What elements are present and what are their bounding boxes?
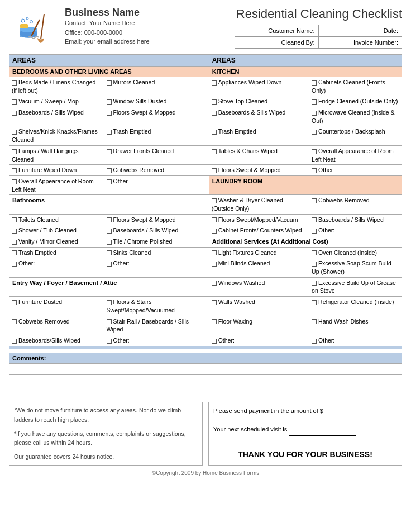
list-item: Cabinets Cleaned (Fronts Only) [309,77,402,96]
table-row: Overall Appearance of Room Left Neat Oth… [9,175,402,194]
list-item: Floors Swept & Mopped [104,214,209,225]
list-item: Mini Blinds Cleaned [209,258,309,277]
table-row: Shelves/Knick Knacks/Frames Cleaned Tras… [9,126,402,145]
list-item: Other: [9,258,104,277]
footer-note-3: Our guarantee covers 24 hours notice. [14,452,198,462]
list-item: Floor Waxing [209,316,309,335]
svg-point-6 [26,17,28,20]
list-item: Drawer Fronts Cleaned [104,145,209,164]
list-item: Appliances Wiped Down [209,77,309,96]
list-item: Window Sills Dusted [104,96,209,107]
additional-header: Additional Services (At Additional Cost) [209,236,402,248]
list-item: Baseboards & Sills Wiped [209,107,309,126]
comments-header: Comments: [9,353,402,364]
table-row: Vacuum / Sweep / Mop Window Sills Dusted… [9,96,402,107]
customer-info-table: Customer Name: Date: Cleaned By: Invoice… [235,25,402,49]
footer-payment: Please send payment in the amount of $ Y… [208,402,402,466]
list-item: Baseboards / Sills Wiped [309,214,402,225]
areas-header-right: AREAS [209,55,402,66]
business-logo [12,8,56,48]
entryway-header: Entry Way / Foyer / Basement / Attic [9,277,209,296]
title-area: Residential Cleaning Checklist Customer … [235,7,402,49]
table-row: Furniture Wiped Down Cobwebs Removed Flo… [9,165,402,176]
list-item: Other: [309,335,402,346]
list-item: Overall Appearance of Room Left Neat [9,175,104,194]
list-item: Overall Appearance of Room Left Neat [309,145,402,164]
bedrooms-header: BEDROOMS AND OTHER LIVING AREAS [9,66,209,77]
table-row: Beds Made / Linens Changed (if left out)… [9,77,402,96]
comments-section: Comments: [9,353,402,397]
list-item: Light Fixtures Cleaned [209,247,309,258]
list-item: Other: [104,258,209,277]
list-item: Vanity / Mirror Cleaned [9,236,104,248]
office-line: Office: 000-000-0000 [65,28,235,37]
list-item: Stair Rail / Baseboards / Sills Wiped [104,316,209,335]
list-item: Cobwebs Removed [104,165,209,176]
business-name: Business Name [65,7,235,18]
visit-text: Your next scheduled visit is [213,426,287,433]
comments-line-2 [9,375,402,386]
list-item: Lamps / Wall Hangings Cleaned [9,145,104,164]
list-item: Other: [209,335,309,346]
list-item: Refrigerator Cleaned (Inside) [309,297,402,316]
visit-line: Your next scheduled visit is [213,424,397,436]
comments-line-3 [9,386,402,397]
table-row: Other: Other: Mini Blinds Cleaned Excess… [9,258,402,277]
list-item: Windows Washed [209,277,309,296]
table-row: Furniture Dusted Floors & Stairs Swept/M… [9,297,402,316]
table-row: Lamps / Wall Hangings Cleaned Drawer Fro… [9,145,402,164]
visit-date-field [289,424,356,436]
list-item: Floors & Stairs Swept/Mopped/Vacuumed [104,297,209,316]
invoice-label: Invoice Number: [318,37,402,49]
list-item: Floors Swept & Mopped [104,107,209,126]
logo-area [9,7,59,49]
svg-point-5 [21,19,25,22]
footer-notes: *We do not move furniture to access any … [9,402,203,466]
list-item: Tables & Chairs Wiped [209,145,309,164]
list-item: Shower / Tub Cleaned [9,225,104,236]
list-item: Vacuum / Sweep / Mop [9,96,104,107]
list-item: Other: [104,335,209,346]
list-item: Floors Swept & Mopped [209,165,309,176]
list-item: Other [309,165,402,176]
kitchen-header: KITCHEN [209,66,402,77]
list-item: Walls Washed [209,297,309,316]
list-item: Toilets Cleaned [9,214,104,225]
main-title: Residential Cleaning Checklist [235,7,402,21]
business-info: Business Name Contact: Your Name Here Of… [65,7,235,46]
list-item: Stove Top Cleaned [209,96,309,107]
list-item: Cobwebs Removed [9,316,104,335]
list-item: Furniture Dusted [9,297,104,316]
comments-line-1 [9,364,402,375]
list-item: Trash Emptied [209,126,309,145]
payment-text: Please send payment in the amount of $ [213,407,323,414]
areas-header-left: AREAS [9,55,209,66]
list-item: Cobwebs Removed [309,195,402,214]
list-item: Cabinet Fronts/ Counters Wiped [209,225,309,236]
footer-section: *We do not move furniture to access any … [9,402,402,466]
table-row: Shower / Tub Cleaned Baseboards / Sills … [9,225,402,236]
list-item: Fridge Cleaned (Outside Only) [309,96,402,107]
footer-note-2: *If you have any questions, comments, co… [14,429,198,448]
list-item: Sinks Cleaned [104,247,209,258]
list-item: Furniture Wiped Down [9,165,104,176]
list-item: Other: [309,225,402,236]
customer-name-label: Customer Name: [235,25,319,37]
footer-note-1: *We do not move furniture to access any … [14,406,198,425]
list-item: Hand Wash Dishes [309,316,402,335]
cleaned-by-label: Cleaned By: [235,37,319,49]
list-item: Tile / Chrome Polished [104,236,209,248]
list-item: Countertops / Backsplash [309,126,402,145]
table-row: Cobwebs Removed Stair Rail / Baseboards … [9,316,402,335]
list-item: Baseboards/Sills Wiped [9,335,104,346]
date-label: Date: [318,25,402,37]
list-item: Trash Emptied [9,247,104,258]
table-row: Entry Way / Foyer / Basement / Attic Win… [9,277,402,296]
list-item: Other [104,175,209,194]
table-row: Trash Emptied Sinks Cleaned Light Fixtur… [9,247,402,258]
payment-amount-field [323,406,390,417]
list-item: Excessive Soap Scum Build Up (Shower) [309,258,402,277]
list-item: Baseboards / Sills Wiped [9,107,104,126]
list-item: Excessive Build Up of Grease on Stove [309,277,402,296]
list-item: Floors Swept/Mopped/Vacuum [209,214,309,225]
